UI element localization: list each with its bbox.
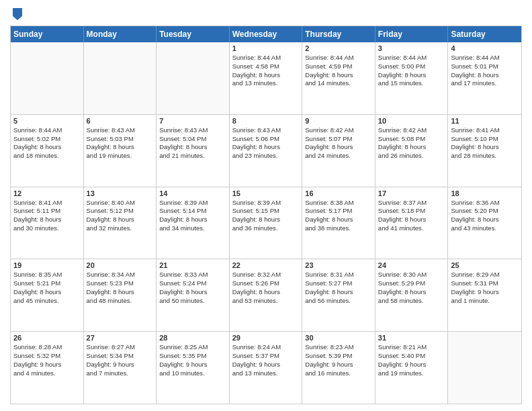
cell-line-2: Daylight: 8 hours xyxy=(232,71,300,80)
day-cell-23: 23Sunrise: 8:31 AMSunset: 5:27 PMDayligh… xyxy=(302,259,375,331)
day-cell-24: 24Sunrise: 8:30 AMSunset: 5:29 PMDayligh… xyxy=(375,259,449,331)
header-day-friday: Friday xyxy=(375,26,449,42)
cell-line-0: Sunrise: 8:39 AM xyxy=(232,199,300,208)
cell-line-1: Sunset: 5:17 PM xyxy=(305,207,372,216)
cell-line-3: and 1 minute. xyxy=(451,297,519,306)
cell-line-3: and 7 minutes. xyxy=(87,369,154,378)
day-cell-26: 26Sunrise: 8:28 AMSunset: 5:32 PMDayligh… xyxy=(11,332,84,404)
cell-line-0: Sunrise: 8:21 AM xyxy=(378,343,445,352)
day-cell-22: 22Sunrise: 8:32 AMSunset: 5:26 PMDayligh… xyxy=(230,259,303,331)
calendar-body: 1Sunrise: 8:44 AMSunset: 4:58 PMDaylight… xyxy=(11,42,521,404)
cell-line-3: and 48 minutes. xyxy=(87,297,154,306)
cell-line-0: Sunrise: 8:41 AM xyxy=(451,126,519,135)
day-number: 25 xyxy=(451,261,519,269)
cell-line-2: Daylight: 8 hours xyxy=(305,71,372,80)
calendar-row-1: 5Sunrise: 8:44 AMSunset: 5:02 PMDaylight… xyxy=(11,114,521,187)
cell-line-3: and 19 minutes. xyxy=(378,369,445,378)
cell-line-0: Sunrise: 8:23 AM xyxy=(305,343,372,352)
cell-line-3: and 34 minutes. xyxy=(159,224,226,233)
cell-line-1: Sunset: 5:00 PM xyxy=(378,62,445,71)
cell-line-1: Sunset: 5:06 PM xyxy=(232,135,300,144)
cell-line-2: Daylight: 8 hours xyxy=(232,288,300,297)
cell-line-1: Sunset: 5:27 PM xyxy=(305,279,372,288)
cell-line-2: Daylight: 9 hours xyxy=(159,361,226,369)
day-cell-5: 5Sunrise: 8:44 AMSunset: 5:02 PMDaylight… xyxy=(11,115,84,187)
day-cell-11: 11Sunrise: 8:41 AMSunset: 5:10 PMDayligh… xyxy=(448,115,521,187)
day-number: 19 xyxy=(13,261,81,269)
cell-line-3: and 15 minutes. xyxy=(378,79,445,88)
day-cell-1: 1Sunrise: 8:44 AMSunset: 4:58 PMDaylight… xyxy=(230,42,303,114)
cell-line-1: Sunset: 5:08 PM xyxy=(378,135,445,144)
cell-line-0: Sunrise: 8:44 AM xyxy=(305,54,372,62)
cell-line-1: Sunset: 5:10 PM xyxy=(451,135,519,144)
svg-marker-0 xyxy=(13,8,22,20)
day-cell-19: 19Sunrise: 8:35 AMSunset: 5:21 PMDayligh… xyxy=(11,259,84,331)
cell-line-1: Sunset: 5:03 PM xyxy=(87,135,154,144)
cell-line-1: Sunset: 5:35 PM xyxy=(159,352,226,361)
calendar-header: SundayMondayTuesdayWednesdayThursdayFrid… xyxy=(11,26,521,42)
day-number: 24 xyxy=(378,261,445,269)
header-day-tuesday: Tuesday xyxy=(157,26,230,42)
day-cell-empty-0-0 xyxy=(11,42,84,114)
day-number: 16 xyxy=(305,189,372,197)
day-cell-28: 28Sunrise: 8:25 AMSunset: 5:35 PMDayligh… xyxy=(157,332,230,404)
cell-line-2: Daylight: 8 hours xyxy=(378,143,445,152)
cell-line-2: Daylight: 8 hours xyxy=(87,288,154,297)
day-cell-12: 12Sunrise: 8:41 AMSunset: 5:11 PMDayligh… xyxy=(11,187,84,259)
day-number: 28 xyxy=(159,334,226,342)
day-cell-20: 20Sunrise: 8:34 AMSunset: 5:23 PMDayligh… xyxy=(84,259,157,331)
day-cell-18: 18Sunrise: 8:36 AMSunset: 5:20 PMDayligh… xyxy=(448,187,521,259)
day-cell-9: 9Sunrise: 8:42 AMSunset: 5:07 PMDaylight… xyxy=(302,115,375,187)
cell-line-1: Sunset: 5:26 PM xyxy=(232,279,300,288)
cell-line-0: Sunrise: 8:35 AM xyxy=(13,271,81,279)
cell-line-0: Sunrise: 8:28 AM xyxy=(13,343,81,352)
cell-line-1: Sunset: 5:21 PM xyxy=(13,279,81,288)
calendar-row-2: 12Sunrise: 8:41 AMSunset: 5:11 PMDayligh… xyxy=(11,187,521,259)
cell-line-3: and 41 minutes. xyxy=(378,224,445,233)
cell-line-2: Daylight: 8 hours xyxy=(13,216,81,224)
cell-line-3: and 30 minutes. xyxy=(13,224,81,233)
cell-line-2: Daylight: 8 hours xyxy=(232,216,300,224)
cell-line-3: and 26 minutes. xyxy=(378,152,445,161)
day-number: 30 xyxy=(305,334,372,342)
day-cell-31: 31Sunrise: 8:21 AMSunset: 5:40 PMDayligh… xyxy=(375,332,449,404)
day-number: 29 xyxy=(232,334,300,342)
day-number: 10 xyxy=(378,117,445,125)
logo xyxy=(10,7,24,20)
cell-line-0: Sunrise: 8:37 AM xyxy=(378,199,445,208)
cell-line-0: Sunrise: 8:43 AM xyxy=(159,126,226,135)
header-day-saturday: Saturday xyxy=(448,26,521,42)
cell-line-2: Daylight: 8 hours xyxy=(87,216,154,224)
cell-line-1: Sunset: 4:59 PM xyxy=(305,62,372,71)
day-cell-7: 7Sunrise: 8:43 AMSunset: 5:04 PMDaylight… xyxy=(157,115,230,187)
cell-line-2: Daylight: 9 hours xyxy=(378,361,445,369)
cell-line-1: Sunset: 5:29 PM xyxy=(378,279,445,288)
cell-line-1: Sunset: 5:37 PM xyxy=(232,352,300,361)
day-number: 21 xyxy=(159,261,226,269)
cell-line-3: and 23 minutes. xyxy=(232,152,300,161)
page: SundayMondayTuesdayWednesdayThursdayFrid… xyxy=(0,0,532,411)
cell-line-3: and 18 minutes. xyxy=(13,152,81,161)
cell-line-1: Sunset: 5:32 PM xyxy=(13,352,81,361)
cell-line-3: and 56 minutes. xyxy=(305,297,372,306)
cell-line-3: and 32 minutes. xyxy=(87,224,154,233)
cell-line-0: Sunrise: 8:44 AM xyxy=(13,126,81,135)
cell-line-3: and 13 minutes. xyxy=(232,79,300,88)
day-cell-29: 29Sunrise: 8:24 AMSunset: 5:37 PMDayligh… xyxy=(230,332,303,404)
cell-line-1: Sunset: 5:39 PM xyxy=(305,352,372,361)
cell-line-1: Sunset: 5:24 PM xyxy=(159,279,226,288)
day-cell-4: 4Sunrise: 8:44 AMSunset: 5:01 PMDaylight… xyxy=(448,42,521,114)
cell-line-0: Sunrise: 8:43 AM xyxy=(232,126,300,135)
cell-line-3: and 58 minutes. xyxy=(378,297,445,306)
day-cell-empty-0-2 xyxy=(157,42,230,114)
day-number: 17 xyxy=(378,189,445,197)
cell-line-3: and 4 minutes. xyxy=(13,369,81,378)
day-number: 4 xyxy=(451,44,519,52)
cell-line-2: Daylight: 8 hours xyxy=(232,143,300,152)
day-number: 31 xyxy=(378,334,445,342)
calendar: SundayMondayTuesdayWednesdayThursdayFrid… xyxy=(10,26,522,404)
cell-line-0: Sunrise: 8:39 AM xyxy=(159,199,226,208)
cell-line-2: Daylight: 8 hours xyxy=(159,143,226,152)
day-cell-15: 15Sunrise: 8:39 AMSunset: 5:15 PMDayligh… xyxy=(230,187,303,259)
cell-line-2: Daylight: 8 hours xyxy=(305,288,372,297)
